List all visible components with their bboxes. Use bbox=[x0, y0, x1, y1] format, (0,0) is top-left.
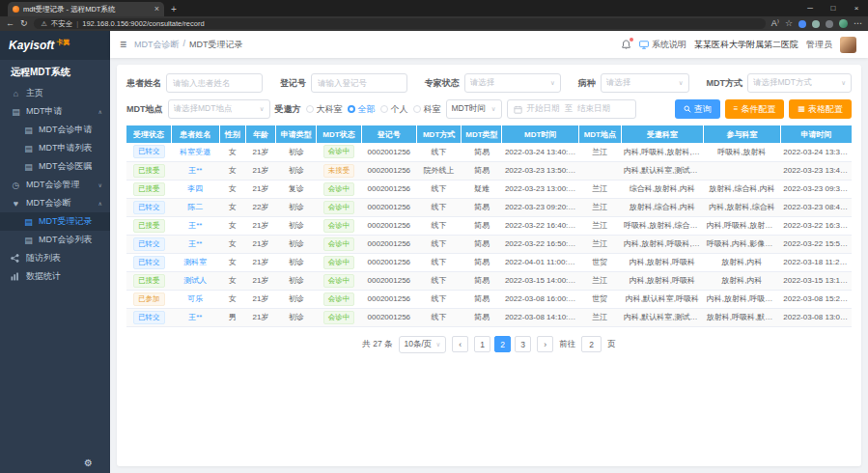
sidebar-item-label: 随访列表 bbox=[26, 252, 61, 264]
search-button[interactable]: 查询 bbox=[675, 99, 720, 119]
patient-link[interactable]: 测试人 bbox=[183, 276, 207, 285]
user-avatar[interactable] bbox=[840, 37, 856, 53]
sidebar-item-home[interactable]: ⌂ 主页 bbox=[0, 84, 110, 102]
page-button-3[interactable]: 3 bbox=[515, 336, 531, 352]
page-size-select[interactable]: 10条/页 ∨ bbox=[399, 336, 447, 353]
patient-link[interactable]: 测科室 bbox=[183, 258, 207, 266]
table-config-button[interactable]: ▦ 表格配置 bbox=[789, 99, 852, 119]
patient-link[interactable]: 科室受邀 bbox=[180, 148, 210, 156]
page-button-2[interactable]: 2 bbox=[494, 336, 511, 352]
mdt-mode-select[interactable]: 请选择MDT方式 ∨ bbox=[747, 73, 852, 93]
table-row: 已接受王**女21岁初诊会诊中0002001256线下简易2022-03-22 … bbox=[126, 216, 852, 235]
window-minimize-button[interactable]: ─ bbox=[798, 0, 822, 16]
window-maximize-button[interactable]: □ bbox=[822, 0, 845, 16]
sidebar-item-mdt-consult[interactable]: ♥ MDT会诊断 ∧ bbox=[0, 194, 110, 212]
jump-unit: 页 bbox=[607, 339, 616, 350]
jump-page-input[interactable] bbox=[581, 336, 602, 352]
table-row: 已接受测试人女21岁初诊会诊中0002001256线下简易2022-03-15 … bbox=[126, 271, 852, 290]
browser-menu-icon[interactable]: ⋯ bbox=[854, 19, 862, 28]
disease-select[interactable]: 请选择 ∨ bbox=[601, 73, 689, 93]
cell-patient_name: 可乐 bbox=[172, 290, 220, 308]
sidebar-item-mdt-apply[interactable]: ▤ MDT申请 ∧ bbox=[0, 102, 110, 121]
cell-mdt_mode: 线下 bbox=[416, 253, 462, 271]
page-button-1[interactable]: 1 bbox=[474, 336, 490, 352]
patient-link[interactable]: 王** bbox=[188, 313, 202, 321]
cell-accept_status: 已转交 bbox=[126, 308, 172, 326]
cell-joined_depts: 呼吸科,放射科 bbox=[704, 143, 781, 161]
system-help-link[interactable]: 系统说明 bbox=[639, 39, 686, 51]
gear-icon[interactable]: ⚙ bbox=[84, 458, 93, 468]
radio-personal[interactable]: 个人 bbox=[380, 103, 408, 116]
patient-link[interactable]: 王** bbox=[188, 166, 202, 175]
list-icon: ▤ bbox=[23, 125, 34, 135]
date-separator: 至 bbox=[565, 103, 574, 115]
mdt-time-field-select[interactable]: MDT时间 ∨ bbox=[446, 99, 502, 119]
patient-link[interactable]: 王** bbox=[188, 239, 202, 248]
extension-icon[interactable] bbox=[812, 20, 820, 28]
sidebar-item-mdt-manage[interactable]: ◷ MDT会诊管理 ∨ bbox=[0, 176, 110, 194]
tab-close-icon[interactable]: × bbox=[154, 5, 159, 14]
logo-text: Kayisoft bbox=[9, 39, 54, 52]
cell-mdt_time: 2022-03-23 09:20:00 bbox=[502, 198, 579, 216]
hamburger-icon[interactable]: ≡ bbox=[120, 38, 126, 51]
notification-bell-icon[interactable] bbox=[621, 40, 631, 50]
address-bar[interactable]: ⚠ 不安全 | 192.168.0.156:9002/consultate/re… bbox=[34, 18, 766, 29]
table-body: 已转交科室受邀女21岁初诊会诊中0002001256线下简易2022-03-24… bbox=[126, 143, 852, 326]
breadcrumb-parent[interactable]: MDT会诊断 bbox=[134, 39, 180, 51]
chevron-up-icon: ∧ bbox=[98, 200, 102, 207]
sidebar-item-mdt-accept-record[interactable]: ▤ MDT受理记录 bbox=[0, 212, 110, 231]
form-icon: ▤ bbox=[11, 107, 21, 117]
cell-patient_name: 王** bbox=[172, 161, 220, 180]
sidebar-item-mdt-apply-list[interactable]: ▤ MDT申请列表 bbox=[0, 139, 110, 157]
radio-dept[interactable]: 科室 bbox=[413, 103, 441, 116]
browser-profile-avatar[interactable] bbox=[839, 19, 848, 28]
cell-accept_status: 已参加 bbox=[126, 290, 172, 308]
patient-link[interactable]: 可乐 bbox=[187, 294, 203, 303]
patient-link[interactable]: 王** bbox=[188, 221, 202, 230]
radio-label: 大科室 bbox=[317, 103, 343, 116]
cell-register_no: 0002001256 bbox=[361, 161, 416, 180]
column-header-invited_depts: 受邀科室 bbox=[621, 125, 704, 143]
patient-name-input[interactable] bbox=[166, 73, 263, 93]
mdt-location-select[interactable]: 请选择MDT地点 ∨ bbox=[168, 99, 270, 119]
column-header-mdt_location: MDT地点 bbox=[579, 125, 622, 143]
sidebar-item-mdt-consult-list[interactable]: ▤ MDT会诊列表 bbox=[0, 231, 110, 249]
cell-apply_time: 2022-03-18 11:28:25 bbox=[780, 253, 852, 271]
cell-invited_depts: 内科,默认科室,测试科室 bbox=[621, 308, 704, 326]
read-aloud-icon[interactable]: A⁾ bbox=[771, 19, 779, 28]
cell-joined_depts: 放射科,内科 bbox=[704, 271, 781, 290]
cell-mdt_mode: 线下 bbox=[416, 180, 462, 198]
new-tab-button[interactable]: + bbox=[171, 5, 177, 14]
condition-config-button[interactable]: ≡ 条件配置 bbox=[725, 99, 785, 119]
date-range-picker[interactable]: 开始日期 至 结束日期 bbox=[507, 99, 636, 119]
sidebar-item-label: MDT申请列表 bbox=[39, 142, 93, 154]
grid-icon: ▦ bbox=[798, 105, 805, 113]
extension-icon[interactable] bbox=[826, 20, 833, 28]
window-close-button[interactable]: × bbox=[845, 0, 868, 16]
sidebar-item-label: MDT受理记录 bbox=[39, 215, 93, 228]
back-icon[interactable]: ← bbox=[6, 19, 14, 28]
notification-badge bbox=[630, 38, 633, 42]
sidebar-item-mdt-orders[interactable]: ▤ MDT会诊医嘱 bbox=[0, 157, 110, 176]
cell-mdt_mode: 院外线上 bbox=[416, 161, 462, 180]
sidebar-item-statistics[interactable]: 数据统计 bbox=[0, 267, 110, 286]
favorite-star-icon[interactable]: ☆ bbox=[785, 19, 793, 28]
radio-all[interactable]: 全部 bbox=[348, 103, 376, 116]
radio-big-dept[interactable]: 大科室 bbox=[306, 103, 343, 116]
browser-tab[interactable]: mdt受理记录 - 远程MDT系统 × bbox=[8, 2, 164, 16]
cell-mdt_type: 简易 bbox=[462, 143, 502, 161]
sidebar-item-mdt-consult-apply[interactable]: ▤ MDT会诊申请 bbox=[0, 121, 110, 139]
cell-joined_depts bbox=[704, 161, 781, 180]
sidebar-item-label: MDT会诊申请 bbox=[39, 124, 93, 136]
register-no-input[interactable] bbox=[311, 73, 407, 93]
cell-apply_time: 2022-03-08 13:06:56 bbox=[780, 308, 852, 326]
next-page-button[interactable]: › bbox=[537, 336, 553, 352]
expert-status-select[interactable]: 请选择 ∨ bbox=[464, 73, 561, 93]
patient-link[interactable]: 李四 bbox=[187, 184, 203, 193]
patient-link[interactable]: 陈二 bbox=[187, 203, 203, 211]
reload-icon[interactable]: ↻ bbox=[20, 19, 28, 28]
sidebar-item-followup-list[interactable]: 随访列表 bbox=[0, 249, 110, 267]
prev-page-button[interactable]: ‹ bbox=[452, 336, 468, 352]
extension-icon[interactable] bbox=[798, 20, 806, 28]
cell-mdt_time: 2022-03-23 13:50:00 bbox=[502, 161, 579, 180]
